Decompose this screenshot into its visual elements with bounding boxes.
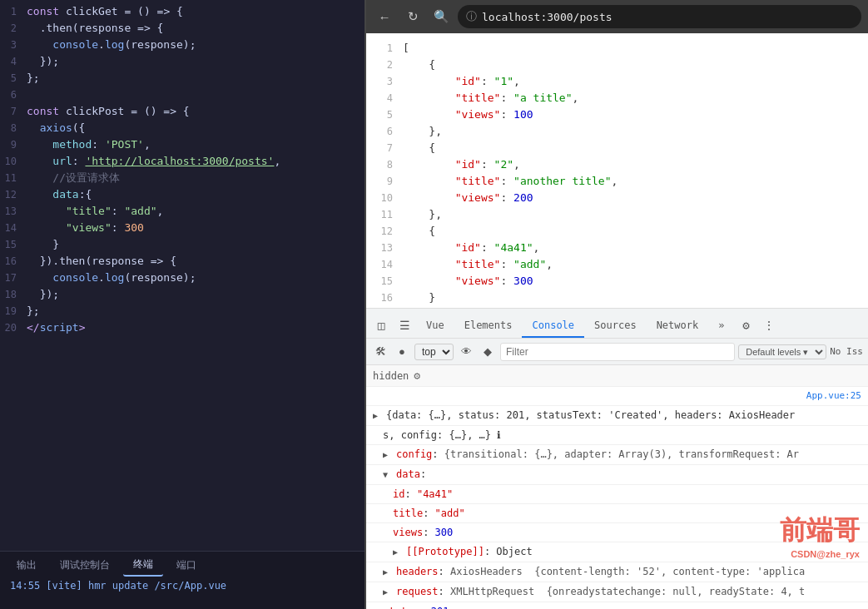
code-text: }); <box>27 53 59 70</box>
json-line: 12 { <box>379 223 855 240</box>
token-var-name: clickPost <box>59 105 131 117</box>
devtools-tab-Elements[interactable]: Elements <box>454 314 523 338</box>
console-request-entry[interactable]: request: XMLHttpRequest {onreadystatecha… <box>366 582 868 602</box>
eye-btn[interactable]: 👁 <box>457 343 475 361</box>
console-headers-entry[interactable]: headers: AxiosHeaders {content-length: '… <box>366 562 868 582</box>
expand-request[interactable] <box>383 585 393 600</box>
console-config-text: config: {transitional: {…}, adapter: Arr… <box>396 447 799 462</box>
token-punc: : <box>92 138 105 151</box>
expand-headers[interactable] <box>383 565 393 580</box>
back-button[interactable]: ← <box>373 5 396 28</box>
console-prop-title: title: "add" <box>366 504 868 523</box>
line-number: 7 <box>0 103 27 120</box>
console-proto-entry[interactable]: [[Prototype]]: Object <box>366 542 868 562</box>
bottom-tab-调试控制台[interactable]: 调试控制台 <box>50 555 120 576</box>
bottom-tab-输出[interactable]: 输出 <box>7 555 47 576</box>
code-text: url: 'http://localhost:3000/posts', <box>27 153 280 170</box>
console-output[interactable]: App.vue:25{data: {…}, status: 201, statu… <box>366 387 868 609</box>
expand-arrow-config[interactable] <box>383 448 393 463</box>
line-number: 6 <box>0 87 27 103</box>
token-num: 300 <box>124 221 143 234</box>
line-number: 11 <box>0 170 27 186</box>
code-text: axios({ <box>27 120 85 136</box>
terminal-toolbar: 输出调试控制台终端端口 14:55 [vite] hmr update /src… <box>0 551 365 609</box>
bottom-tab-终端[interactable]: 终端 <box>123 554 163 577</box>
devtools-tab-Network[interactable]: Network <box>647 314 709 338</box>
top-select[interactable]: top <box>414 344 454 360</box>
expand-arrow[interactable] <box>373 408 383 423</box>
browser-panel: ← ↻ 🔍 ⓘ localhost:3000/posts 1[2 {3 "id"… <box>365 0 868 609</box>
devtools-inspect-icon[interactable]: ◫ <box>370 314 393 338</box>
devtools-gear-icon[interactable]: ⚙ <box>734 314 757 338</box>
code-line: 19}; <box>0 303 365 319</box>
json-line-number: 13 <box>379 240 403 256</box>
code-text: }; <box>27 303 40 319</box>
line-number: 18 <box>0 286 27 303</box>
token-fn: axios <box>27 121 72 134</box>
info-icon: ⓘ <box>466 9 477 24</box>
devtools-tab-Sources[interactable]: Sources <box>584 314 647 338</box>
expand-arrow-data[interactable] <box>383 468 393 483</box>
secondary-bar: hidden ⚙ <box>366 365 868 387</box>
token-punc: }; <box>27 304 40 317</box>
line-number: 9 <box>0 136 27 153</box>
json-line-number: 9 <box>379 173 403 190</box>
devtools-tab-[interactable]: » <box>708 314 734 338</box>
json-line-text: "views": 200 <box>403 190 533 206</box>
entry-link[interactable]: App.vue:25 <box>806 389 861 404</box>
json-line-number: 8 <box>379 156 403 173</box>
terminal-text: 14:55 [vite] hmr update /src/App.vue <box>10 580 226 592</box>
json-line-number: 12 <box>379 223 403 240</box>
token-kw: const <box>27 105 59 117</box>
token-punc: (response); <box>124 271 196 284</box>
token-punc: : <box>112 205 125 217</box>
devtools-tab-Console[interactable]: Console <box>522 314 584 338</box>
code-line: 11 //设置请求体 <box>0 170 365 186</box>
devtools-more-icon[interactable]: ⋮ <box>757 314 781 338</box>
console-prop-id: id: "4a41" <box>366 485 868 504</box>
code-text: //设置请求体 <box>27 170 120 186</box>
devtools-layers-icon[interactable]: ☰ <box>393 314 416 338</box>
bottom-tab-端口[interactable]: 端口 <box>166 555 206 576</box>
devtools-inspect-btn[interactable]: 🛠 <box>371 343 389 361</box>
json-line: 7 { <box>379 140 855 156</box>
line-number: 3 <box>0 37 27 53</box>
json-line: 2 { <box>379 57 855 73</box>
token-kw: > <box>79 321 86 334</box>
devtools-tab-Vue[interactable]: Vue <box>416 314 454 338</box>
code-line: 2 .then(response => { <box>0 20 365 37</box>
devtools-toolbar: 🛠 ● top 👁 ◆ Default levels ▾ No Iss <box>366 339 868 365</box>
json-line-text: "views": 100 <box>403 106 533 123</box>
code-text: console.log(response); <box>27 37 196 53</box>
line-number: 19 <box>0 303 27 319</box>
browser-addressbar: ← ↻ 🔍 ⓘ localhost:3000/posts <box>366 0 868 33</box>
settings-icon[interactable]: ⚙ <box>414 369 420 382</box>
line-number: 20 <box>0 319 27 336</box>
prop-label: title: "add" <box>393 506 465 521</box>
json-line-number: 3 <box>379 73 403 90</box>
token-punc: }; <box>27 72 40 84</box>
filter-input[interactable] <box>500 343 735 361</box>
token-punc: }).then(response => { <box>27 255 176 267</box>
console-main-entry[interactable]: {data: {…}, status: 201, statusText: 'Cr… <box>366 406 868 426</box>
json-line: 4 "title": "a title", <box>379 90 855 106</box>
token-punc: , <box>157 205 164 217</box>
code-line: 1const clickGet = () => { <box>0 3 365 20</box>
json-line-text: { <box>403 57 435 73</box>
no-issues-label: No Iss <box>830 346 863 357</box>
expand-arrow-proto[interactable] <box>393 545 403 560</box>
json-line-text: "title": "a title", <box>403 90 578 106</box>
refresh-button[interactable]: ↻ <box>401 5 424 28</box>
default-levels-select[interactable]: Default levels ▾ <box>738 344 826 359</box>
line-number: 15 <box>0 236 27 253</box>
proto-text: [[Prototype]]: Object <box>406 544 533 559</box>
console-data-entry[interactable]: data: <box>366 465 868 485</box>
json-line: 3 "id": "1", <box>379 73 855 90</box>
console-config-entry[interactable]: config: {transitional: {…}, adapter: Arr… <box>366 445 868 465</box>
search-button[interactable]: 🔍 <box>429 5 453 28</box>
code-text: const clickPost = () => { <box>27 103 190 120</box>
prop-label: id: "4a41" <box>393 487 453 502</box>
address-bar[interactable]: ⓘ localhost:3000/posts <box>458 5 861 28</box>
console-text-cont: s, config: {…}, …} ℹ <box>383 428 501 443</box>
devtools-clear-btn[interactable]: ● <box>393 343 411 361</box>
